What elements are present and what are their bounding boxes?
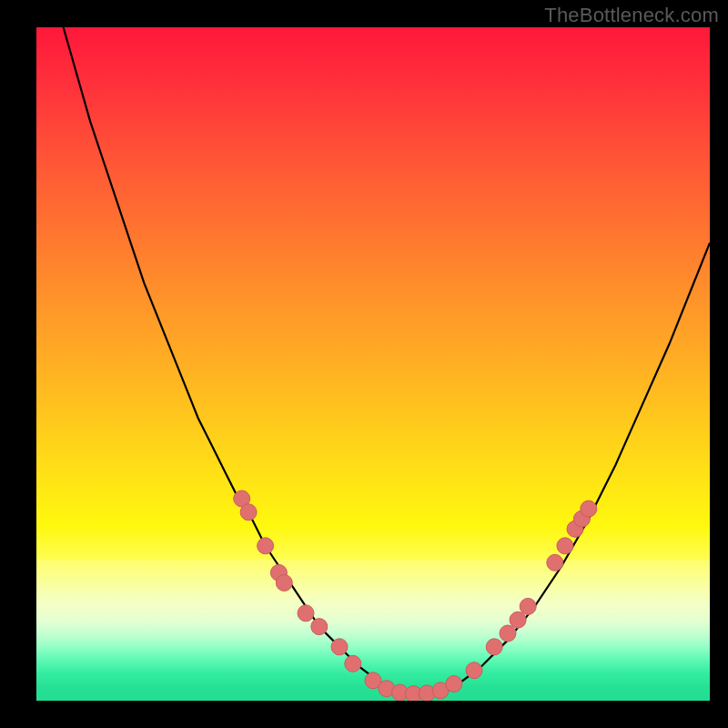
- data-marker: [311, 619, 328, 635]
- bottleneck-curve: [64, 27, 710, 694]
- data-marker: [234, 490, 250, 507]
- plot-area: [36, 27, 710, 701]
- data-marker: [276, 575, 292, 592]
- watermark-text: TheBottleneck.com: [544, 4, 719, 27]
- data-marker: [446, 676, 462, 693]
- data-marker: [298, 605, 314, 622]
- data-marker: [581, 500, 597, 517]
- highlight-band: [36, 560, 710, 613]
- data-marker: [567, 521, 583, 537]
- data-marker: [392, 684, 409, 701]
- data-marker: [486, 639, 502, 655]
- data-marker: [365, 672, 381, 689]
- data-marker: [432, 682, 449, 699]
- data-marker: [379, 681, 395, 697]
- data-marker: [240, 504, 257, 521]
- data-marker: [557, 538, 573, 554]
- data-marker: [520, 598, 536, 614]
- curve-layer: [36, 27, 710, 701]
- data-marker: [466, 662, 482, 679]
- data-marker: [331, 639, 348, 655]
- data-marker: [258, 538, 274, 554]
- data-marker: [419, 685, 435, 701]
- chart-frame: TheBottleneck.com: [0, 0, 728, 728]
- data-marker: [345, 655, 361, 672]
- data-marker: [510, 612, 526, 628]
- data-marker: [573, 511, 590, 527]
- data-marker: [500, 625, 516, 642]
- data-markers: [234, 490, 597, 701]
- data-marker: [270, 564, 287, 581]
- data-marker: [405, 686, 421, 701]
- data-marker: [547, 554, 563, 571]
